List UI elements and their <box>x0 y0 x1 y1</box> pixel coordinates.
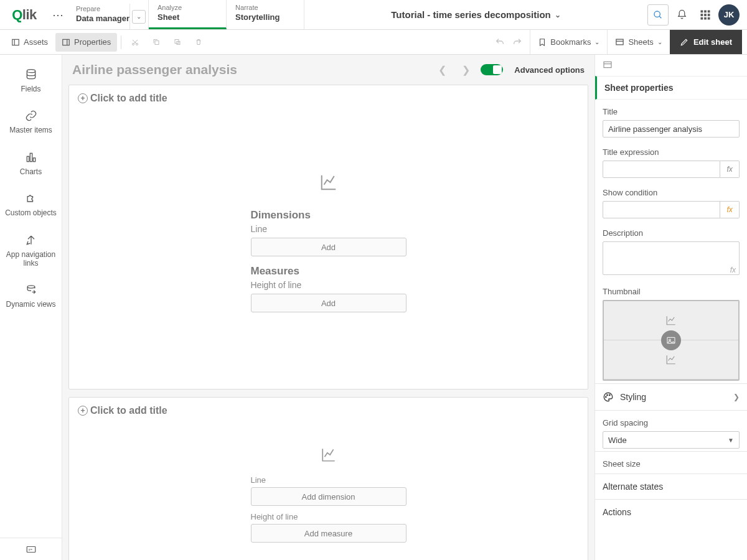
panel-right-icon <box>62 38 70 47</box>
more-menu-icon[interactable]: ⋯ <box>49 0 67 29</box>
notifications-button[interactable] <box>671 4 692 26</box>
svg-rect-7 <box>708 14 710 16</box>
brand-logo[interactable]: Qlik <box>0 0 49 29</box>
svg-rect-31 <box>604 62 611 67</box>
sheet-icon <box>615 37 624 47</box>
tab-prepare-main: Data manager <box>76 14 129 23</box>
sheet-title-display: Airline passenger analysis <box>72 62 427 77</box>
chevron-down-icon: ⌄ <box>657 39 662 45</box>
line-chart-icon <box>321 447 337 463</box>
canvas-scroll[interactable]: + Click to add title Dimensions Line Add… <box>62 85 594 560</box>
svg-rect-22 <box>616 39 623 45</box>
title-label: Title <box>603 107 740 116</box>
add-measure-button-1[interactable]: Add <box>251 294 406 312</box>
top-right-controls: JK <box>647 0 747 29</box>
card-title-placeholder[interactable]: + Click to add title <box>78 405 579 416</box>
svg-rect-2 <box>701 10 703 12</box>
svg-point-24 <box>27 70 35 73</box>
delete-button[interactable] <box>189 33 209 52</box>
search-button[interactable] <box>647 4 669 26</box>
fx-button[interactable]: fx <box>720 161 740 178</box>
measure-height-label: Height of line <box>251 512 406 521</box>
dimension-line-label: Line <box>251 475 406 485</box>
title-input[interactable] <box>603 120 740 138</box>
bookmarks-menu[interactable]: Bookmarks ⌄ <box>530 30 607 54</box>
tab-prepare[interactable]: Prepare Data manager ⌄ <box>67 0 149 29</box>
dimension-line-label: Line <box>251 224 406 234</box>
svg-rect-10 <box>708 17 710 19</box>
plus-icon: + <box>78 406 88 416</box>
add-dimension-button-1[interactable]: Add <box>251 238 406 256</box>
copy-button[interactable] <box>146 33 166 52</box>
edit-sheet-button[interactable]: Edit sheet <box>670 30 742 54</box>
sheets-menu[interactable]: Sheets ⌄ <box>607 30 669 54</box>
paste-button[interactable] <box>167 33 187 52</box>
rail-dynamic-views[interactable]: Dynamic views <box>0 278 62 319</box>
thumbnail-preview[interactable] <box>603 300 740 381</box>
tab-prepare-dropdown[interactable]: ⌄ <box>129 4 148 29</box>
rail-master-items[interactable]: Master items <box>0 103 62 144</box>
app-launcher-button[interactable] <box>695 4 716 26</box>
toolbar-right: Bookmarks ⌄ Sheets ⌄ Edit sheet <box>487 30 742 54</box>
show-condition-label: Show condition <box>603 188 740 197</box>
tab-narrate-main: Storytelling <box>235 12 295 22</box>
fx-icon[interactable]: fx <box>730 266 736 274</box>
change-thumbnail-button[interactable] <box>661 330 681 350</box>
viz-card-2[interactable]: + Click to add title Line Add dimension … <box>68 397 588 560</box>
tab-narrate-sup: Narrate <box>235 4 295 11</box>
advanced-options-toggle[interactable] <box>481 64 503 75</box>
title-expression-input[interactable] <box>603 161 720 178</box>
database-icon <box>25 68 37 81</box>
svg-rect-13 <box>63 39 70 45</box>
rail-fields[interactable]: Fields <box>0 62 62 103</box>
actions-accordion[interactable]: Actions <box>595 499 747 525</box>
title-expression-label: Title expression <box>603 147 740 157</box>
grid-icon <box>700 9 711 21</box>
add-dimension-button-2[interactable]: Add dimension <box>251 487 406 506</box>
rail-app-nav-links[interactable]: App navigation links <box>0 228 62 278</box>
tab-narrate[interactable]: Narrate Storytelling <box>227 0 304 29</box>
measure-height-label: Height of line <box>251 280 406 290</box>
tab-analyze-sup: Analyze <box>157 4 217 11</box>
add-measure-button-2[interactable]: Add measure <box>251 524 406 543</box>
sheet-properties-tab[interactable]: Sheet properties <box>595 76 747 100</box>
redo-icon <box>512 37 522 47</box>
viz-card-1[interactable]: + Click to add title Dimensions Line Add… <box>68 85 588 390</box>
sheet-icon <box>603 60 613 70</box>
description-textarea[interactable] <box>603 241 740 275</box>
cut-button[interactable] <box>125 33 145 52</box>
app-title[interactable]: Tutorial - time series decomposition ⌄ <box>304 0 647 29</box>
line-chart-icon <box>319 173 338 192</box>
plus-icon: + <box>78 93 88 103</box>
assets-toggle[interactable]: Assets <box>5 33 54 52</box>
sheet-nav-icon[interactable] <box>595 55 747 76</box>
tab-prepare-sup: Prepare <box>76 5 129 12</box>
rail-variables[interactable]: x= <box>0 538 62 560</box>
grid-spacing-select[interactable]: Wide ▼ <box>603 431 740 449</box>
redo-button[interactable] <box>512 30 530 54</box>
image-icon <box>666 335 676 345</box>
chevron-down-icon: ⌄ <box>555 11 561 19</box>
tab-analyze[interactable]: Analyze Sheet <box>149 0 227 29</box>
svg-rect-8 <box>701 17 703 19</box>
prev-sheet-button[interactable]: ❮ <box>433 61 451 78</box>
show-condition-input[interactable] <box>603 201 720 218</box>
styling-accordion[interactable]: Styling ❯ <box>595 383 747 410</box>
rail-custom-objects[interactable]: Custom objects <box>0 186 62 227</box>
next-sheet-button[interactable]: ❯ <box>457 61 474 78</box>
app-title-text: Tutorial - time series decomposition <box>391 9 550 20</box>
sheet-size-label: Sheet size <box>603 459 740 469</box>
card-title-placeholder[interactable]: + Click to add title <box>78 93 579 104</box>
palette-icon <box>603 391 614 403</box>
svg-point-36 <box>607 394 608 396</box>
undo-button[interactable] <box>487 30 512 54</box>
properties-toggle[interactable]: Properties <box>55 33 117 52</box>
trash-icon <box>195 37 202 47</box>
alternate-states-accordion[interactable]: Alternate states <box>595 474 747 499</box>
user-avatar[interactable]: JK <box>718 4 740 26</box>
dimensions-heading: Dimensions <box>251 209 406 222</box>
rail-charts[interactable]: Charts <box>0 145 62 186</box>
tab-analyze-main: Sheet <box>157 12 217 22</box>
bell-icon <box>677 9 687 20</box>
fx-button[interactable]: fx <box>720 201 740 218</box>
